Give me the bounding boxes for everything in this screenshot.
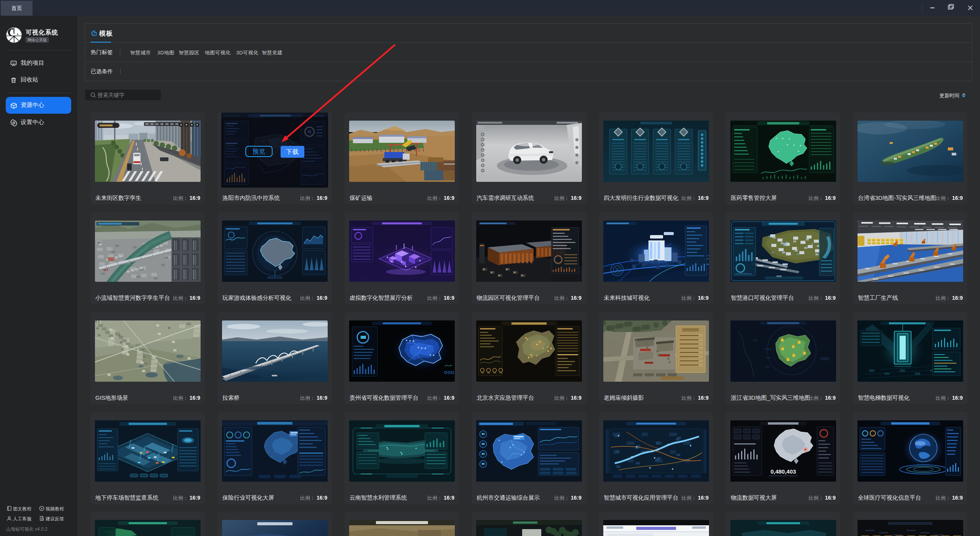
svg-text:0,480,403: 0,480,403 — [771, 468, 796, 475]
